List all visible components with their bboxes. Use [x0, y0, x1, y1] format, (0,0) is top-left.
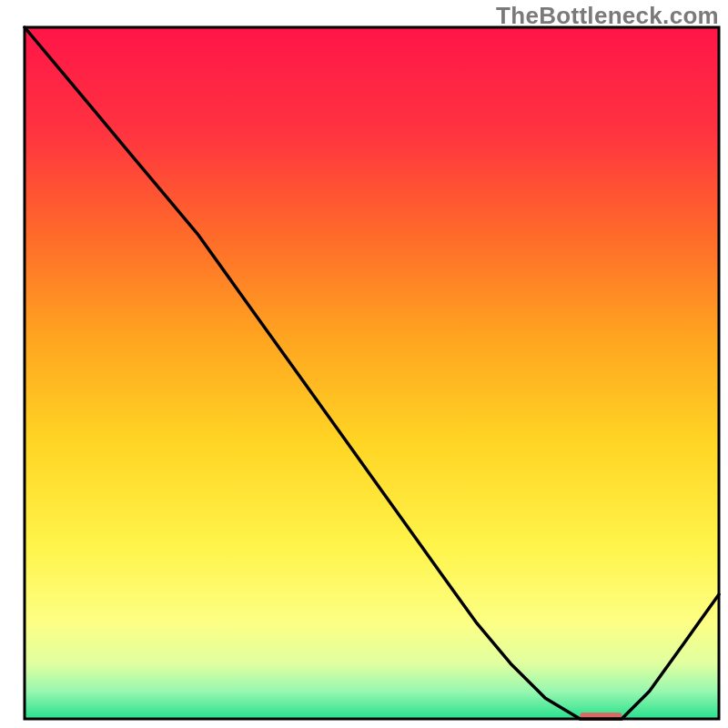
- chart-svg: [0, 0, 728, 728]
- plot-background: [25, 27, 719, 719]
- chart-frame: TheBottleneck.com: [0, 0, 728, 728]
